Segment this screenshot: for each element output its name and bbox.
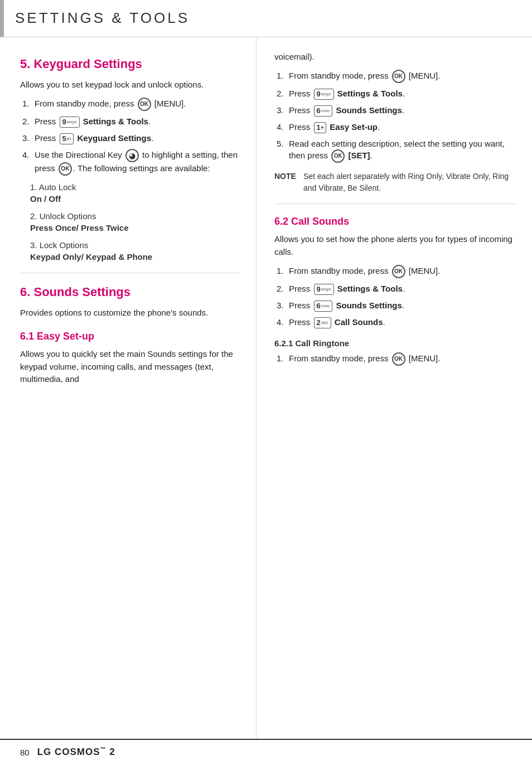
section-divider xyxy=(20,273,240,273)
call-ringtone-steps: 1. From standby mode, press OK [MENU]. xyxy=(274,352,516,366)
step-num: 3. xyxy=(22,132,35,144)
ok-badge: OK xyxy=(138,98,151,111)
section5-description: Allows you to set keypad lock and unlock… xyxy=(20,79,240,91)
step-num: 5. xyxy=(277,138,289,150)
ok-badge: OK xyxy=(392,70,405,83)
step-item: 3. Press 5jkl Keyguard Settings. xyxy=(20,132,240,144)
step-item: 4. Press 1■ Easy Set-up. xyxy=(274,121,516,133)
step-item: 4. Use the Directional Key ◕ to highligh… xyxy=(20,149,240,176)
footer-tm: ™ xyxy=(100,747,107,753)
step-item: 1. From standby mode, press OK [MENU]. xyxy=(20,98,240,111)
sub-item-label: 1. Auto Lock xyxy=(30,182,76,192)
sub-item: 1. Auto Lock On / Off xyxy=(30,181,240,205)
footer-brand: LG COSMOS™ 2 xyxy=(37,745,115,759)
key-badge-9wxyz: 9wxyz xyxy=(60,117,80,128)
section-divider xyxy=(274,204,516,204)
key-badge-1: 1■ xyxy=(314,122,326,133)
footer-model: 2 xyxy=(109,747,115,757)
section5-title: 5. Keyguard Settings xyxy=(20,55,240,73)
footer-brand-text: LG COSMOS xyxy=(37,747,100,757)
step-item: 2. Press 9wxyz Settings & Tools. xyxy=(274,88,516,100)
step-content: Press 6mno Sounds Settings. xyxy=(289,299,516,312)
sub-item-value: On / Off xyxy=(30,193,240,205)
step-item: 2. Press 9wxyz Settings & Tools. xyxy=(20,115,240,128)
step-content: Press 9wxyz Settings & Tools. xyxy=(35,115,240,128)
sub-item: 2. Unlock Options Press Once/ Press Twic… xyxy=(30,210,240,234)
step-num: 4. xyxy=(277,121,289,133)
step-num: 1. xyxy=(277,265,289,277)
ok-badge: OK xyxy=(392,352,405,366)
sub-item: 3. Lock Options Keypad Only/ Keypad & Ph… xyxy=(30,239,240,263)
directional-key-icon: ◕ xyxy=(125,149,139,162)
step-content: Press 9wxyz Settings & Tools. xyxy=(289,283,516,295)
key-badge-9wxyz: 9wxyz xyxy=(314,284,334,295)
step-num: 1. xyxy=(22,98,35,110)
note-label: NOTE xyxy=(274,171,298,182)
right-column: voicemail). 1. From standby mode, press … xyxy=(257,37,532,739)
step-content: Press 9wxyz Settings & Tools. xyxy=(289,88,516,100)
ok-badge: OK xyxy=(59,162,72,176)
sub-item-value: Press Once/ Press Twice xyxy=(30,222,240,234)
subsection61-title: 6.1 Easy Set-up xyxy=(20,329,240,343)
step-item: 3. Press 6mno Sounds Settings. xyxy=(274,104,516,117)
sub-item-label: 2. Unlock Options xyxy=(30,211,96,221)
step-item: 1. From standby mode, press OK [MENU]. xyxy=(274,70,516,83)
step-item: 1. From standby mode, press OK [MENU]. xyxy=(274,352,516,366)
sub-item-label: 3. Lock Options xyxy=(30,240,88,250)
footer: 80 LG COSMOS™ 2 xyxy=(0,739,532,765)
key-badge-5jkl: 5jkl xyxy=(60,133,74,144)
step-num: 1. xyxy=(277,352,289,365)
step-item: 3. Press 6mno Sounds Settings. xyxy=(274,299,516,312)
step-item: 2. Press 9wxyz Settings & Tools. xyxy=(274,283,516,295)
left-column: 5. Keyguard Settings Allows you to set k… xyxy=(0,37,257,739)
header-accent xyxy=(0,0,4,37)
easy-setup-steps: 1. From standby mode, press OK [MENU]. 2… xyxy=(274,70,516,163)
step-num: 2. xyxy=(277,88,289,100)
subsubsection621-title: 6.2.1 Call Ringtone xyxy=(274,337,516,350)
step-content: Read each setting description, select th… xyxy=(289,138,516,163)
step-content: Press 2abc Call Sounds. xyxy=(289,316,516,328)
header-bar: SETTINGS & TOOLS xyxy=(0,0,532,37)
step-item: 1. From standby mode, press OK [MENU]. xyxy=(274,265,516,278)
page-container: SETTINGS & TOOLS 5. Keyguard Settings Al… xyxy=(0,0,532,765)
key-badge-6mno: 6mno xyxy=(314,301,333,312)
step-num: 3. xyxy=(277,299,289,312)
step-content: From standby mode, press OK [MENU]. xyxy=(289,352,516,366)
section6-title: 6. Sounds Settings xyxy=(20,283,240,301)
step-num: 1. xyxy=(277,70,289,82)
step-content: Press 5jkl Keyguard Settings. xyxy=(35,132,240,144)
content-area: 5. Keyguard Settings Allows you to set k… xyxy=(0,37,532,739)
step-content: From standby mode, press OK [MENU]. xyxy=(289,70,516,83)
step-content: Press 6mno Sounds Settings. xyxy=(289,104,516,117)
call-sounds-steps: 1. From standby mode, press OK [MENU]. 2… xyxy=(274,265,516,328)
sub-item-value: Keypad Only/ Keypad & Phone xyxy=(30,251,240,263)
step-num: 4. xyxy=(22,149,35,161)
header-title: SETTINGS & TOOLS xyxy=(4,0,201,37)
section5-steps: 1. From standby mode, press OK [MENU]. 2… xyxy=(20,98,240,176)
step-num: 2. xyxy=(277,283,289,295)
subsection62-description: Allows you to set how the phone alerts y… xyxy=(274,233,516,258)
key-badge-6mno: 6mno xyxy=(314,105,333,117)
step-num: 3. xyxy=(277,104,289,117)
continued-text: voicemail). xyxy=(274,51,516,64)
step-content: Press 1■ Easy Set-up. xyxy=(289,121,516,133)
ok-badge: OK xyxy=(331,149,345,163)
step-content: From standby mode, press OK [MENU]. xyxy=(35,98,240,111)
key-badge-9wxyz: 9wxyz xyxy=(314,89,334,100)
step-content: Use the Directional Key ◕ to highlight a… xyxy=(35,149,240,176)
ok-badge: OK xyxy=(392,265,405,278)
key-badge-2abc: 2abc xyxy=(314,317,331,328)
step-item: 5. Read each setting description, select… xyxy=(274,138,516,163)
subsection62-title: 6.2 Call Sounds xyxy=(274,214,516,229)
step-content: From standby mode, press OK [MENU]. xyxy=(289,265,516,278)
step-num: 4. xyxy=(277,316,289,328)
footer-page: 80 xyxy=(20,747,30,759)
step-num: 2. xyxy=(22,115,35,128)
note-text: Set each alert separately with Ring Only… xyxy=(303,171,516,193)
subsection61-description: Allows you to quickly set the main Sound… xyxy=(20,348,240,386)
step-item: 4. Press 2abc Call Sounds. xyxy=(274,316,516,328)
note-block: NOTE Set each alert separately with Ring… xyxy=(274,171,516,193)
section6-description: Provides options to customize the phone'… xyxy=(20,307,240,319)
sub-item-list: 1. Auto Lock On / Off 2. Unlock Options … xyxy=(20,181,240,263)
